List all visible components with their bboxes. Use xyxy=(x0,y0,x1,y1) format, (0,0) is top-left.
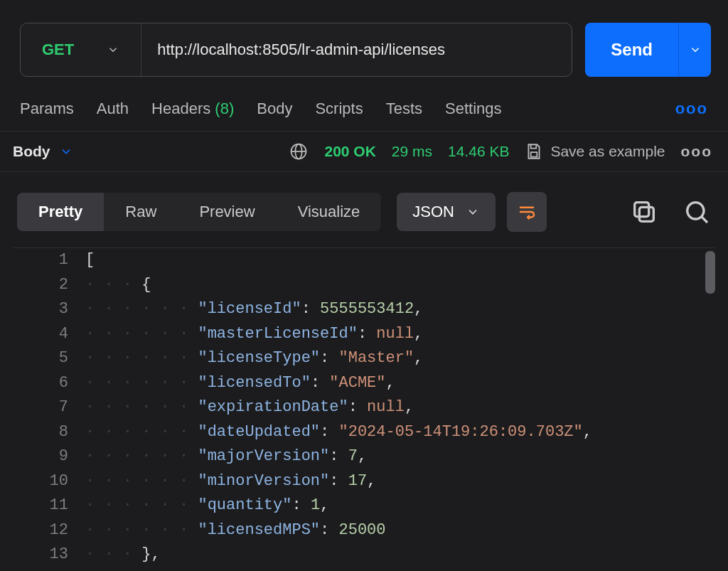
status-code: 200 OK xyxy=(324,143,375,160)
code-content: · · · · · · "licenseType": "Master", xyxy=(85,346,423,371)
line-number: 2 xyxy=(13,273,85,298)
response-body-label: Body xyxy=(13,143,50,160)
save-as-example-button[interactable]: Save as example xyxy=(525,142,665,161)
url-group: GET xyxy=(20,23,572,77)
line-number: 5 xyxy=(13,346,85,371)
code-line: 6· · · · · · "licensedTo": "ACME", xyxy=(13,371,715,396)
tab-auth[interactable]: Auth xyxy=(97,100,129,118)
response-size: 14.46 KB xyxy=(448,143,509,160)
tab-settings[interactable]: Settings xyxy=(445,100,502,118)
code-line: 7· · · · · · "expirationDate": null, xyxy=(13,395,715,420)
svg-line-8 xyxy=(702,217,707,223)
tab-headers-count: (8) xyxy=(215,100,234,117)
format-label: JSON xyxy=(412,203,454,221)
svg-rect-5 xyxy=(639,207,653,221)
code-content: · · · }, xyxy=(85,543,161,567)
code-line: 12· · · · · · "licensedMPS": 25000 xyxy=(13,518,715,543)
svg-point-7 xyxy=(687,203,704,219)
code-content: [ xyxy=(85,248,95,273)
code-content: · · · · · · "dateUpdated": "2024-05-14T1… xyxy=(85,420,592,445)
send-button[interactable]: Send xyxy=(585,23,678,77)
save-icon xyxy=(525,142,543,161)
line-number: 11 xyxy=(13,493,85,518)
code-line: 3· · · · · · "licenseId": 5555553412, xyxy=(13,297,715,322)
view-tab-raw[interactable]: Raw xyxy=(104,193,178,231)
search-icon[interactable] xyxy=(682,198,711,226)
send-options-button[interactable] xyxy=(678,23,711,77)
code-content: · · · · · · "licensedTo": "ACME", xyxy=(85,371,395,396)
view-tab-visualize[interactable]: Visualize xyxy=(277,193,382,231)
chevron-down-icon xyxy=(59,144,73,159)
response-more-button[interactable]: ooo xyxy=(681,143,712,160)
wrap-icon xyxy=(516,201,537,223)
response-meta: Body 200 OK 29 ms 14.46 KB Save as examp… xyxy=(0,132,728,172)
line-number: 3 xyxy=(13,297,85,322)
copy-icon[interactable] xyxy=(630,198,658,226)
code-line: 1[ xyxy=(13,248,715,273)
scrollbar-thumb[interactable] xyxy=(705,251,715,294)
chevron-down-icon xyxy=(466,205,480,219)
code-line: 2· · · { xyxy=(13,273,715,298)
line-number: 8 xyxy=(13,420,85,445)
code-line: 13· · · }, xyxy=(13,543,715,567)
tab-body[interactable]: Body xyxy=(257,100,292,118)
globe-icon xyxy=(289,142,309,161)
response-body-code[interactable]: 1[2· · · {3· · · · · · "licenseId": 5555… xyxy=(13,247,715,568)
code-line: 9· · · · · · "majorVersion": 7, xyxy=(13,444,715,469)
view-tab-pretty[interactable]: Pretty xyxy=(17,193,104,231)
line-number: 10 xyxy=(13,469,85,494)
tab-params[interactable]: Params xyxy=(20,100,74,118)
response-view-tabs: Pretty Raw Preview Visualize xyxy=(17,193,381,231)
request-bar: GET Send xyxy=(0,0,728,77)
response-time: 29 ms xyxy=(392,143,432,160)
more-options-button[interactable]: ooo xyxy=(675,100,708,118)
response-view-row: Pretty Raw Preview Visualize JSON xyxy=(0,172,728,245)
line-number: 6 xyxy=(13,371,85,396)
code-line: 10· · · · · · "minorVersion": 17, xyxy=(13,469,715,494)
tab-headers-label: Headers xyxy=(151,100,210,117)
chevron-down-icon xyxy=(107,43,119,56)
code-content: · · · · · · "licensedMPS": 25000 xyxy=(85,518,386,543)
code-line: 5· · · · · · "licenseType": "Master", xyxy=(13,346,715,371)
svg-rect-6 xyxy=(635,203,649,217)
line-number: 1 xyxy=(13,248,85,273)
svg-rect-3 xyxy=(531,152,537,157)
http-method-label: GET xyxy=(42,41,74,59)
code-content: · · · { xyxy=(85,273,151,298)
line-number: 9 xyxy=(13,444,85,469)
code-content: · · · · · · "quantity": 1, xyxy=(85,493,329,518)
chevron-down-icon xyxy=(689,43,702,56)
code-content: · · · · · · "masterLicenseId": null, xyxy=(85,322,423,347)
tab-tests[interactable]: Tests xyxy=(386,100,422,118)
response-body-toggle[interactable]: Body xyxy=(13,143,73,160)
line-number: 7 xyxy=(13,395,85,420)
request-url-input[interactable] xyxy=(141,23,572,76)
tab-headers[interactable]: Headers (8) xyxy=(151,100,234,118)
line-number: 12 xyxy=(13,518,85,543)
tab-scripts[interactable]: Scripts xyxy=(315,100,363,118)
code-line: 8· · · · · · "dateUpdated": "2024-05-14T… xyxy=(13,420,715,445)
line-number: 13 xyxy=(13,543,85,567)
code-content: · · · · · · "minorVersion": 17, xyxy=(85,469,376,494)
format-select[interactable]: JSON xyxy=(397,193,496,231)
wrap-lines-button[interactable] xyxy=(507,192,547,232)
request-tabs: Params Auth Headers (8) Body Scripts Tes… xyxy=(0,77,728,132)
line-number: 4 xyxy=(13,322,85,347)
code-content: · · · · · · "majorVersion": 7, xyxy=(85,444,367,469)
code-line: 4· · · · · · "masterLicenseId": null, xyxy=(13,322,715,347)
view-tab-preview[interactable]: Preview xyxy=(178,193,276,231)
code-content: · · · · · · "expirationDate": null, xyxy=(85,395,414,420)
code-content: · · · · · · "licenseId": 5555553412, xyxy=(85,297,423,322)
send-group: Send xyxy=(585,23,711,77)
http-method-select[interactable]: GET xyxy=(21,23,141,76)
code-line: 11· · · · · · "quantity": 1, xyxy=(13,493,715,518)
save-as-example-label: Save as example xyxy=(550,143,665,160)
